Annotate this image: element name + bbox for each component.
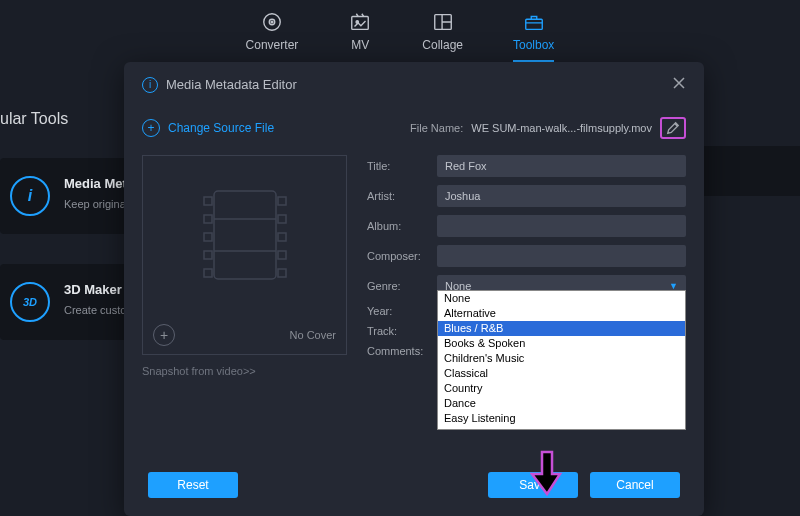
reset-button[interactable]: Reset (148, 472, 238, 498)
nav-converter[interactable]: Converter (246, 10, 299, 62)
filename-label: File Name: (410, 122, 463, 134)
edit-filename-button[interactable] (660, 117, 686, 139)
genre-option[interactable]: Country (438, 381, 685, 396)
genre-option[interactable]: Dance (438, 396, 685, 411)
svg-rect-11 (204, 251, 212, 259)
nav-collage[interactable]: Collage (422, 10, 463, 62)
svg-rect-13 (278, 197, 286, 205)
no-cover-label: No Cover (290, 329, 336, 341)
svg-rect-6 (525, 19, 542, 29)
top-nav: Converter MV Collage Toolbox (0, 0, 800, 62)
svg-rect-14 (278, 215, 286, 223)
collage-icon (431, 10, 455, 34)
comments-label: Comments: (367, 345, 429, 357)
nav-mv[interactable]: MV (348, 10, 372, 62)
nav-label: MV (351, 38, 369, 52)
artist-label: Artist: (367, 190, 429, 202)
genre-option[interactable]: Classical (438, 366, 685, 381)
genre-option[interactable]: Electronic (438, 426, 685, 430)
genre-option[interactable]: Alternative (438, 306, 685, 321)
svg-rect-16 (278, 251, 286, 259)
genre-option[interactable]: Books & Spoken (438, 336, 685, 351)
annotation-arrow-icon (530, 450, 564, 496)
change-source-label: Change Source File (168, 121, 274, 135)
genre-label: Genre: (367, 280, 429, 292)
converter-icon (260, 10, 284, 34)
snapshot-link[interactable]: Snapshot from video>> (142, 365, 256, 377)
svg-rect-7 (214, 191, 276, 279)
svg-rect-10 (204, 233, 212, 241)
nav-label: Converter (246, 38, 299, 52)
svg-rect-17 (278, 269, 286, 277)
mv-icon (348, 10, 372, 34)
title-label: Title: (367, 160, 429, 172)
svg-rect-15 (278, 233, 286, 241)
album-input[interactable] (437, 215, 686, 237)
toolbox-icon (522, 10, 546, 34)
nav-label: Toolbox (513, 38, 554, 52)
cancel-button[interactable]: Cancel (590, 472, 680, 498)
genre-option[interactable]: Easy Listening (438, 411, 685, 426)
svg-rect-9 (204, 215, 212, 223)
artist-input[interactable] (437, 185, 686, 207)
close-button[interactable] (672, 74, 686, 95)
genre-dropdown[interactable]: NoneAlternativeBlues / R&BBooks & Spoken… (437, 290, 686, 430)
genre-option[interactable]: Blues / R&B (438, 321, 685, 336)
album-label: Album: (367, 220, 429, 232)
svg-rect-8 (204, 197, 212, 205)
plus-icon: + (142, 119, 160, 137)
nav-label: Collage (422, 38, 463, 52)
genre-option[interactable]: None (438, 291, 685, 306)
cover-preview: + No Cover (142, 155, 347, 355)
svg-rect-12 (204, 269, 212, 277)
composer-label: Composer: (367, 250, 429, 262)
film-icon (200, 185, 290, 285)
metadata-editor-modal: i Media Metadata Editor + Change Source … (124, 62, 704, 516)
svg-rect-3 (352, 17, 369, 30)
add-cover-button[interactable]: + (153, 324, 175, 346)
composer-input[interactable] (437, 245, 686, 267)
year-label: Year: (367, 305, 429, 317)
nav-toolbox[interactable]: Toolbox (513, 10, 554, 62)
three-d-icon: 3D (10, 282, 50, 322)
genre-option[interactable]: Children's Music (438, 351, 685, 366)
svg-point-2 (271, 21, 273, 23)
filename-value: WE SUM-man-walk...-filmsupply.mov (471, 122, 652, 134)
info-icon: i (142, 77, 158, 93)
change-source-button[interactable]: + Change Source File (142, 119, 274, 137)
info-icon: i (10, 176, 50, 216)
modal-title: Media Metadata Editor (166, 77, 672, 92)
title-input[interactable] (437, 155, 686, 177)
track-label: Track: (367, 325, 429, 337)
